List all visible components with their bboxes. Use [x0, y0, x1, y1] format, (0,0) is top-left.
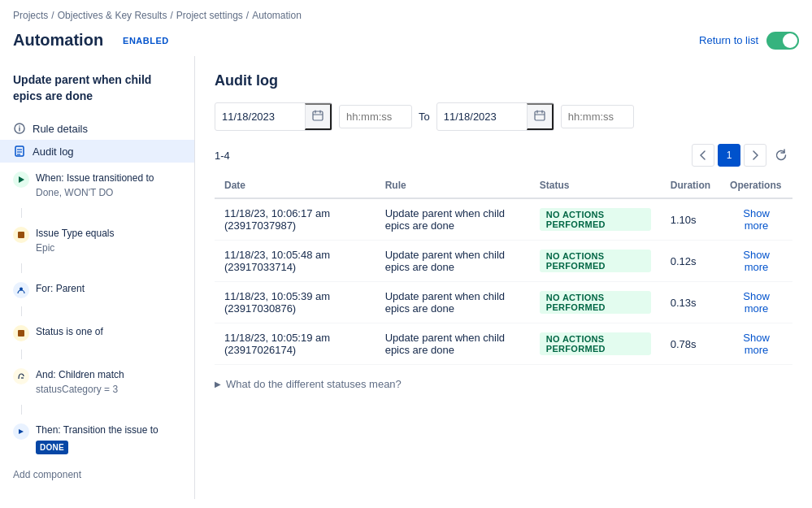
- flow-connector-2: [21, 263, 22, 273]
- flow-connector-4: [21, 350, 22, 359]
- for-icon: [13, 282, 29, 298]
- status-icon: [13, 325, 29, 341]
- cell-operations: Show more: [720, 282, 792, 323]
- col-operations: Operations: [720, 173, 792, 198]
- cell-date: 11/18/23, 10:05:39 am (23917030876): [215, 282, 376, 323]
- date-to-input[interactable]: [437, 106, 527, 128]
- rule-title: Update parent when child epics are done: [0, 66, 194, 117]
- svg-rect-12: [313, 111, 323, 120]
- cell-date: 11/18/23, 10:05:48 am (23917033714): [215, 241, 376, 282]
- svg-rect-8: [18, 232, 24, 238]
- flow-connector-3: [21, 306, 22, 316]
- status-badge: NO ACTIONS PERFORMED: [540, 332, 651, 355]
- and-detail: statusCategory = 3: [36, 382, 181, 397]
- breadcrumb-project-settings[interactable]: Project settings: [176, 10, 243, 21]
- log-icon: [13, 145, 26, 158]
- flow-connector-5: [21, 405, 22, 415]
- when-detail: Done, WON'T DO: [36, 185, 181, 200]
- cell-operations: Show more: [720, 241, 792, 282]
- cell-rule: Update parent when child epics are done: [376, 198, 530, 241]
- cell-status: NO ACTIONS PERFORMED: [530, 323, 661, 365]
- sidebar-item-rule-details-label: Rule details: [33, 123, 88, 135]
- date-to-calendar-icon[interactable]: [527, 103, 554, 130]
- audit-log-title: Audit log: [215, 72, 792, 89]
- col-rule: Rule: [376, 173, 530, 198]
- time-to-input[interactable]: [561, 105, 634, 128]
- show-more-button[interactable]: Show more: [730, 332, 783, 356]
- prev-page-button[interactable]: [692, 144, 714, 167]
- date-from-calendar-icon[interactable]: [305, 103, 332, 130]
- type-icon: [13, 227, 29, 243]
- refresh-button[interactable]: [770, 144, 792, 167]
- show-more-button[interactable]: Show more: [730, 207, 783, 232]
- date-from-input[interactable]: [215, 106, 305, 128]
- col-duration: Duration: [661, 173, 720, 198]
- cell-date: 11/18/23, 10:05:19 am (23917026174): [215, 323, 376, 365]
- cell-rule: Update parent when child epics are done: [376, 282, 530, 323]
- status-badge: NO ACTIONS PERFORMED: [540, 208, 651, 231]
- flow-item-status[interactable]: Status is one of: [7, 318, 188, 348]
- cell-status: NO ACTIONS PERFORMED: [530, 198, 661, 241]
- cell-status: NO ACTIONS PERFORMED: [530, 282, 661, 323]
- sidebar-item-audit-log-label: Audit log: [33, 145, 74, 158]
- flow-item-when[interactable]: When: Issue transitioned to Done, WON'T …: [7, 164, 188, 206]
- table-row: 11/18/23, 10:05:48 am (23917033714)Updat…: [215, 241, 792, 282]
- sidebar-item-audit-log[interactable]: Audit log: [0, 140, 194, 163]
- page-header: Automation ENABLED Return to list: [0, 31, 812, 56]
- cell-duration: 0.12s: [661, 241, 720, 282]
- date-to-group: [436, 102, 554, 131]
- show-more-button[interactable]: Show more: [730, 249, 783, 273]
- sidebar: Update parent when child epics are done …: [0, 56, 195, 499]
- time-from-input[interactable]: [339, 105, 412, 128]
- status-help-label: What do the different statuses mean?: [226, 378, 402, 390]
- breadcrumb-okr[interactable]: Objectives & Key Results: [58, 10, 167, 21]
- return-to-list-link[interactable]: Return to list: [699, 34, 758, 46]
- to-label: To: [419, 111, 430, 123]
- main-layout: Update parent when child epics are done …: [0, 56, 812, 499]
- col-date: Date: [215, 173, 376, 198]
- cell-status: NO ACTIONS PERFORMED: [530, 241, 661, 282]
- info-icon: [13, 122, 26, 135]
- done-badge: DONE: [36, 441, 68, 454]
- page-title: Automation: [13, 31, 103, 50]
- sidebar-item-rule-details[interactable]: Rule details: [0, 117, 194, 140]
- cell-operations: Show more: [720, 323, 792, 365]
- next-page-button[interactable]: [744, 144, 766, 167]
- and-label: And: Children match: [36, 367, 181, 382]
- status-help[interactable]: ▶ What do the different statuses mean?: [215, 378, 792, 390]
- cell-duration: 0.13s: [661, 282, 720, 323]
- svg-rect-16: [535, 111, 545, 120]
- pagination-row: 1-4 1: [215, 144, 792, 167]
- flow-item-for[interactable]: For: Parent: [7, 275, 188, 305]
- when-label: When: Issue transitioned to: [36, 171, 181, 185]
- enabled-badge: ENABLED: [123, 36, 169, 46]
- flow-item-issue-type[interactable]: Issue Type equals Epic: [7, 219, 188, 262]
- cell-duration: 1.10s: [661, 198, 720, 241]
- add-component-label[interactable]: Add component: [0, 462, 194, 487]
- breadcrumb-projects[interactable]: Projects: [13, 10, 48, 21]
- date-filter: To: [215, 102, 792, 131]
- then-label: Then: Transition the issue to: [36, 423, 181, 437]
- table-row: 11/18/23, 10:05:39 am (23917030876)Updat…: [215, 282, 792, 323]
- status-badge: NO ACTIONS PERFORMED: [540, 291, 651, 314]
- status-label: Status is one of: [36, 324, 181, 339]
- flow-section: When: Issue transitioned to Done, WON'T …: [0, 164, 194, 461]
- table-row: 11/18/23, 10:06:17 am (23917037987)Updat…: [215, 198, 792, 241]
- header-right: Return to list: [699, 32, 799, 50]
- flow-item-then[interactable]: Then: Transition the issue to DONE: [7, 416, 188, 461]
- show-more-button[interactable]: Show more: [730, 290, 783, 315]
- type-detail: Epic: [36, 241, 181, 255]
- status-badge: NO ACTIONS PERFORMED: [540, 250, 651, 272]
- col-status: Status: [530, 173, 661, 198]
- and-icon: [13, 368, 29, 384]
- flow-item-and[interactable]: And: Children match statusCategory = 3: [7, 361, 188, 403]
- for-label: For: Parent: [36, 281, 181, 296]
- breadcrumb: Projects / Objectives & Key Results / Pr…: [0, 0, 812, 31]
- page-1-button[interactable]: 1: [718, 144, 740, 167]
- breadcrumb-current: Automation: [252, 10, 302, 21]
- page-range: 1-4: [215, 150, 230, 162]
- svg-marker-7: [19, 176, 24, 183]
- enabled-toggle[interactable]: [766, 32, 799, 50]
- cell-duration: 0.78s: [661, 323, 720, 365]
- cell-rule: Update parent when child epics are done: [376, 323, 530, 365]
